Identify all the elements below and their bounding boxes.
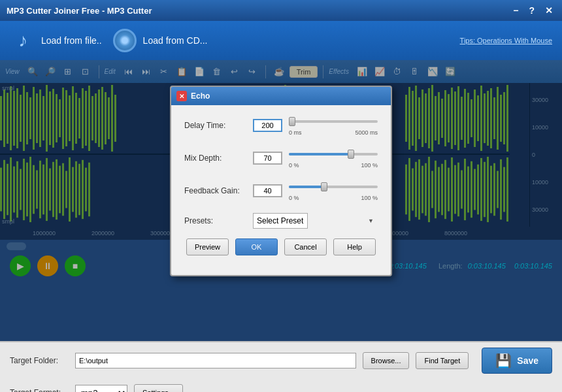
presets-select[interactable]: Select Preset bbox=[253, 213, 308, 229]
format-select[interactable]: .mp3 bbox=[75, 385, 127, 392]
dialog-close-button[interactable]: ✕ bbox=[176, 91, 187, 101]
presets-select-wrapper: Select Preset bbox=[253, 213, 378, 229]
feedback-gain-label: Feedback Gain: bbox=[184, 186, 246, 195]
dialog-buttons: Preview OK Cancel Help bbox=[184, 238, 378, 265]
save-icon: 💾 bbox=[495, 353, 512, 368]
save-button[interactable]: 💾 Save bbox=[482, 348, 552, 374]
modal-overlay: ✕ Echo Delay Time: 0 bbox=[0, 60, 562, 341]
header-toolbar: ♪ Load from file.. Load from CD... Tips:… bbox=[0, 21, 562, 60]
slider-rail bbox=[289, 120, 378, 123]
load-cd-button[interactable]: Load from CD... bbox=[112, 27, 208, 54]
target-folder-label: Target Folder: bbox=[10, 356, 69, 365]
cd-icon bbox=[112, 27, 138, 54]
slider-fill-mix bbox=[289, 153, 351, 155]
feedback-gain-slider[interactable] bbox=[289, 180, 378, 193]
delay-time-input[interactable] bbox=[253, 119, 282, 132]
close-button[interactable]: ✕ bbox=[542, 5, 555, 16]
delay-time-slider[interactable] bbox=[289, 115, 378, 128]
mix-slider-labels: 0 % 100 % bbox=[289, 162, 378, 169]
feedback-gain-input[interactable] bbox=[253, 184, 282, 197]
settings-button[interactable]: Settings... bbox=[134, 384, 183, 392]
bottom-bar: Target Folder: Browse... Find Target 💾 S… bbox=[0, 341, 562, 392]
target-format-row: Target Format: .mp3 Settings... bbox=[0, 379, 562, 392]
slider-thumb-mix[interactable] bbox=[348, 150, 354, 159]
feedback-gain-row: Feedback Gain: 0 % 100 % bbox=[184, 180, 378, 201]
echo-body: Delay Time: 0 ms 5000 ms bbox=[171, 105, 391, 275]
title-bar: MP3 Cutter Joiner Free - MP3 Cutter − ? … bbox=[0, 0, 562, 21]
dialog-title: Echo bbox=[191, 91, 210, 101]
delay-min-label: 0 ms bbox=[289, 129, 302, 136]
help-button[interactable]: Help bbox=[333, 238, 376, 255]
slider-thumb-fb[interactable] bbox=[321, 182, 327, 191]
save-label: Save bbox=[517, 355, 538, 366]
target-folder-row: Target Folder: Browse... Find Target 💾 S… bbox=[0, 342, 562, 379]
mix-depth-slider[interactable] bbox=[289, 148, 378, 161]
fb-slider-labels: 0 % 100 % bbox=[289, 195, 378, 201]
delay-time-row: Delay Time: 0 ms 5000 ms bbox=[184, 115, 378, 136]
minimize-button[interactable]: − bbox=[510, 5, 521, 16]
mix-depth-slider-area: 0 % 100 % bbox=[289, 148, 378, 169]
echo-dialog: ✕ Echo Delay Time: 0 bbox=[170, 86, 392, 276]
fb-max-label: 100 % bbox=[361, 195, 378, 201]
main-area: View 🔍 🔎 ⊞ ⊡ Edit ⏮ ⏭ ✂ 📋 📄 🗑 ↩ ↪ ☕ Trim… bbox=[0, 60, 562, 341]
load-file-button[interactable]: ♪ Load from file.. bbox=[10, 27, 102, 54]
mix-min-label: 0 % bbox=[289, 162, 299, 169]
echo-title-bar: ✕ Echo bbox=[171, 87, 391, 105]
cancel-button[interactable]: Cancel bbox=[284, 238, 327, 255]
app-title: MP3 Cutter Joiner Free - MP3 Cutter bbox=[7, 6, 510, 16]
music-note-icon: ♪ bbox=[10, 27, 36, 54]
delay-max-label: 5000 ms bbox=[355, 129, 378, 136]
browse-button[interactable]: Browse... bbox=[363, 352, 410, 369]
delay-time-label: Delay Time: bbox=[184, 121, 246, 130]
help-button[interactable]: ? bbox=[526, 5, 537, 16]
delay-time-slider-area: 0 ms 5000 ms bbox=[289, 115, 378, 136]
feedback-gain-slider-area: 0 % 100 % bbox=[289, 180, 378, 201]
preview-button[interactable]: Preview bbox=[186, 238, 229, 255]
mix-depth-label: Mix Depth: bbox=[184, 154, 246, 163]
ok-button[interactable]: OK bbox=[235, 238, 278, 255]
mix-depth-input[interactable] bbox=[253, 152, 282, 165]
mix-depth-row: Mix Depth: 0 % 100 % bbox=[184, 148, 378, 169]
slider-fill-fb bbox=[289, 186, 324, 188]
load-cd-label: Load from CD... bbox=[143, 35, 208, 46]
presets-label: Presets: bbox=[184, 216, 246, 225]
slider-thumb[interactable] bbox=[289, 117, 295, 126]
tips-link[interactable]: Tips: Operations With Mouse bbox=[460, 37, 552, 44]
target-folder-input[interactable] bbox=[75, 353, 356, 368]
mix-max-label: 100 % bbox=[361, 162, 378, 169]
target-format-label: Target Format: bbox=[10, 388, 69, 392]
load-file-label: Load from file.. bbox=[41, 35, 102, 46]
fb-min-label: 0 % bbox=[289, 195, 299, 201]
presets-row: Presets: Select Preset bbox=[184, 213, 378, 229]
window-controls: − ? ✕ bbox=[510, 5, 555, 16]
find-target-button[interactable]: Find Target bbox=[416, 352, 469, 369]
delay-slider-labels: 0 ms 5000 ms bbox=[289, 129, 378, 136]
